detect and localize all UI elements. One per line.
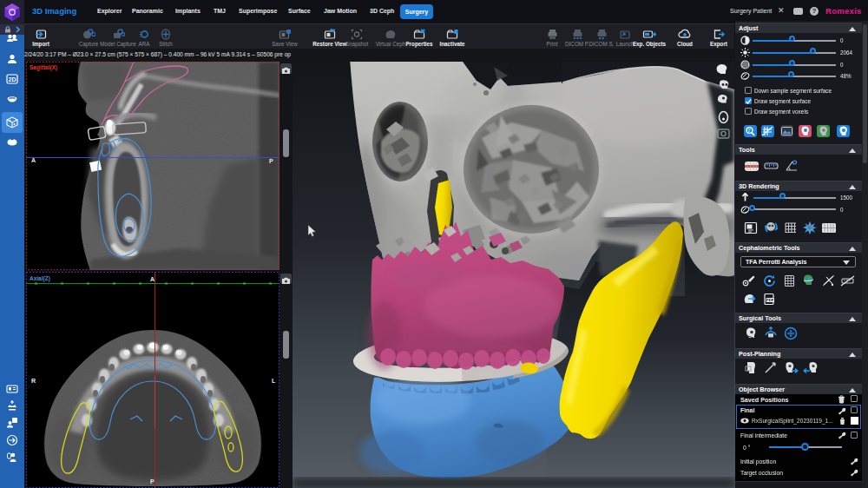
svg-text:A: A xyxy=(150,276,155,282)
svg-text:PDF: PDF xyxy=(766,298,774,302)
svg-text:P: P xyxy=(269,158,273,164)
svg-text:Sagittal(X): Sagittal(X) xyxy=(30,64,57,71)
svg-text:R: R xyxy=(31,378,36,384)
svg-text:L: L xyxy=(272,378,276,384)
svg-text:A: A xyxy=(31,157,36,163)
svg-text:2D: 2D xyxy=(9,76,16,82)
svg-text:Axial(Z): Axial(Z) xyxy=(30,275,50,282)
svg-text:P: P xyxy=(150,478,155,485)
